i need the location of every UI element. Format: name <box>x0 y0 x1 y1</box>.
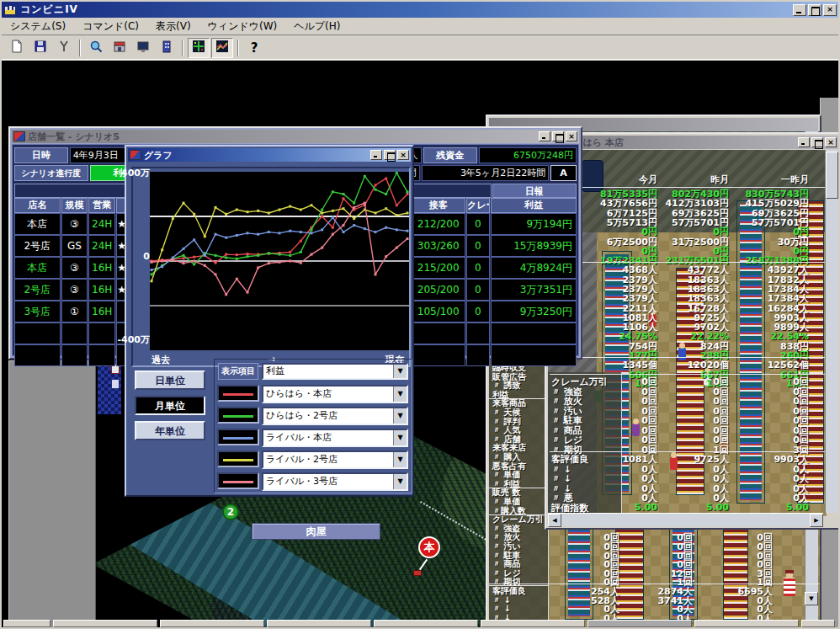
empty-cell <box>411 322 465 344</box>
chevron-down-icon[interactable]: ▼ <box>393 452 407 467</box>
app-title: コンビニIV <box>20 3 791 17</box>
new-document-button[interactable] <box>6 38 28 58</box>
stat-row: 0円0円0円 <box>548 226 827 236</box>
help-button[interactable]: ? <box>243 38 265 58</box>
honten-vertical-scrollbar[interactable] <box>825 150 838 513</box>
unit-button-month[interactable]: 月単位 <box>135 396 205 415</box>
stat-value: 5.00 <box>708 502 809 513</box>
unit-button-day[interactable]: 日単位 <box>135 370 205 390</box>
chevron-down-icon[interactable]: ▼ <box>393 430 407 445</box>
monitor-button[interactable] <box>132 38 154 58</box>
map-marker-2[interactable]: 2 <box>222 504 239 520</box>
minimized-windows-strip[interactable] <box>2 620 838 627</box>
graph-minimize-button[interactable] <box>370 150 382 160</box>
menu-item[interactable]: ウィンドウ(W) <box>199 18 286 35</box>
chart-plot <box>150 172 409 350</box>
legend-store-dropdown[interactable]: ライバル・本店▼ <box>262 429 408 447</box>
save-floppy-button[interactable] <box>29 38 51 58</box>
chevron-down-icon[interactable]: ▼ <box>393 386 407 402</box>
unit-button-year[interactable]: 年単位 <box>135 421 205 440</box>
new-document-icon <box>10 40 24 56</box>
honten-maximize-button[interactable] <box>811 137 823 147</box>
legend-swatch <box>217 450 259 467</box>
display-item-dropdown[interactable]: 利益 ▼ <box>262 363 408 380</box>
store-cell: ③ <box>61 257 88 279</box>
chevron-down-icon[interactable]: ▼ <box>393 365 407 378</box>
store-cell: 15万8939円 <box>491 235 577 257</box>
legend-store-dropdown[interactable]: ライバル・2号店▼ <box>262 450 408 469</box>
store-cell: ① <box>61 301 88 322</box>
store-cell: 4万8924円 <box>491 257 577 279</box>
app-minimize-button[interactable] <box>793 4 806 16</box>
blank-gray-window <box>8 360 96 627</box>
wrench-icon <box>57 40 71 56</box>
scroll-right-icon[interactable]: ▶ <box>810 514 823 527</box>
legend-store-dropdown[interactable]: ひらはら・本店▼ <box>262 385 408 403</box>
honten-close-button[interactable]: × <box>825 137 837 147</box>
honten-minimize-button[interactable] <box>798 137 810 147</box>
graph-close-button[interactable]: × <box>397 150 409 160</box>
cash-label: 残資金 <box>423 147 477 163</box>
store-cell: 9万3250円 <box>491 301 577 322</box>
app-maximize-button[interactable] <box>808 4 821 16</box>
legend-swatch <box>217 472 259 489</box>
menu-item[interactable]: ヘルプ(H) <box>285 18 348 35</box>
store-cell: 本店 <box>14 213 61 235</box>
graph-titlebar[interactable]: グラフ × <box>128 148 411 162</box>
list-maximize-button[interactable] <box>552 131 564 141</box>
progress-label: シナリオ進行度 <box>14 165 88 181</box>
store-cell: 16H <box>88 301 115 322</box>
list-minimize-button[interactable] <box>539 131 550 141</box>
chevron-down-icon[interactable]: ▼ <box>393 474 407 489</box>
legend-store-name: ライバル・3号店 <box>266 476 338 487</box>
store-front-icon <box>113 40 126 56</box>
graph-maximize-button[interactable] <box>384 150 396 160</box>
map-marker-honten[interactable]: 本 <box>418 536 440 558</box>
chevron-down-icon[interactable]: ▼ <box>393 408 407 424</box>
store-detail-window-honten: ひらはら 本店 × 今月昨月一昨月 <box>545 132 838 530</box>
chart-line-button[interactable] <box>211 38 233 58</box>
menu-item[interactable]: コマンド(C) <box>74 18 147 35</box>
building-button[interactable] <box>156 38 178 58</box>
store-list-title: 店舗一覧 - シナリオ5 <box>28 131 537 143</box>
wrench-button[interactable] <box>53 38 75 58</box>
store-cell: 9万194円 <box>491 213 577 235</box>
store-cell: 303/260 <box>411 235 465 257</box>
save-floppy-icon <box>34 40 47 56</box>
store-cell: 本店 <box>14 257 61 279</box>
menu-item[interactable]: 表示(V) <box>147 18 199 35</box>
legend-store-dropdown[interactable]: ライバル・3号店▼ <box>262 472 408 491</box>
store-front-button[interactable] <box>109 38 130 58</box>
empty-cell <box>491 344 577 366</box>
label-divider <box>489 488 549 488</box>
chart-table-button[interactable] <box>188 38 210 58</box>
honten-horizontal-scrollbar[interactable]: ◀ ▶ <box>548 513 823 526</box>
list-close-button[interactable]: × <box>566 131 577 141</box>
cash-value: 6750万248円 <box>479 147 577 163</box>
graph-window-icon <box>130 150 141 160</box>
store-list-titlebar[interactable]: 店舗一覧 - シナリオ5 × <box>12 130 579 143</box>
display-item-value: 利益 <box>266 365 284 376</box>
scroll-down-icon[interactable]: ▼ <box>805 592 818 605</box>
store-cell: 3号店 <box>14 301 61 322</box>
y-axis-top-label: 400万 <box>111 167 150 179</box>
month-column-header: 一昨月 <box>708 173 809 186</box>
app-close-button[interactable]: × <box>823 4 837 16</box>
map-butcher-label: 肉屋 <box>252 523 380 540</box>
scroll-left-icon[interactable]: ◀ <box>548 514 561 527</box>
legend-swatch <box>217 385 259 402</box>
menu-item[interactable]: システム(S) <box>2 18 74 35</box>
honten-titlebar[interactable]: ひらはら 本店 × <box>548 136 838 149</box>
datetime-label: 日時 <box>14 147 68 163</box>
store-cell: GS <box>61 235 88 257</box>
legend-store-dropdown[interactable]: ひらはら・2号店▼ <box>262 407 408 425</box>
column-header: 規模 <box>61 198 88 213</box>
store-cell: 0 <box>466 235 490 257</box>
graph-title: グラフ <box>144 149 369 162</box>
help-icon: ? <box>251 40 258 56</box>
app-client: 2 肉屋 本 臨時収支販管広告〃 誘致利益来客商品〃 天候〃 評判〃 人気〃 店… <box>2 61 838 627</box>
building-icon <box>160 40 173 56</box>
empty-cell <box>61 344 88 366</box>
zoom-magnifier-button[interactable] <box>85 38 107 58</box>
stat-row: 〃 悪0人0人0人 <box>548 492 827 502</box>
